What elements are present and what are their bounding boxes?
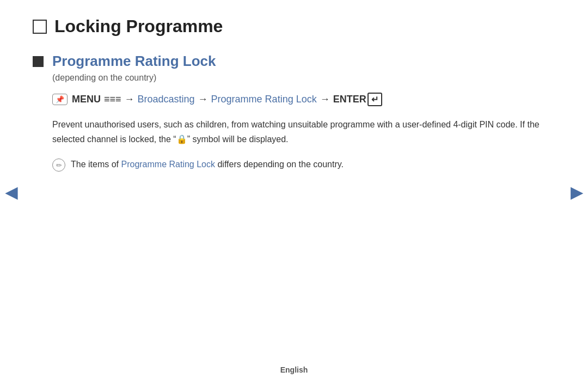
- enter-label: ENTER↵: [333, 93, 382, 106]
- note-row: ✏ The items of Programme Rating Lock dif…: [52, 157, 555, 172]
- section-subtitle: (depending on the country): [52, 73, 555, 83]
- section-title: Programme Rating Lock: [52, 53, 555, 70]
- lock-symbol: 🔒: [176, 135, 187, 144]
- menu-bars: ≡≡≡: [104, 94, 121, 105]
- note-text: The items of Programme Rating Lock diffe…: [71, 157, 344, 172]
- arrow3: →: [320, 94, 330, 105]
- main-title: Locking Programme: [54, 16, 223, 36]
- nav-left-button[interactable]: ◀: [5, 183, 17, 201]
- footer-language: English: [280, 365, 308, 374]
- programme-rating-lock-link: Programme Rating Lock: [211, 94, 317, 105]
- page-container: Locking Programme Programme Rating Lock …: [0, 0, 588, 384]
- section: Programme Rating Lock (depending on the …: [33, 53, 555, 172]
- broadcasting-link: Broadcasting: [138, 94, 195, 105]
- menu-icon-box: 📌: [52, 94, 68, 105]
- section-content: Programme Rating Lock (depending on the …: [52, 53, 555, 172]
- menu-pin-icon: 📌: [56, 95, 64, 103]
- note-icon: ✏: [52, 159, 65, 172]
- menu-label: MENU: [72, 94, 101, 105]
- enter-box: ↵: [367, 93, 382, 106]
- description-text: Prevent unauthorised users, such as chil…: [52, 117, 555, 147]
- main-title-row: Locking Programme: [33, 16, 555, 36]
- arrow1: →: [125, 94, 134, 105]
- nav-right-button[interactable]: ▶: [571, 183, 583, 201]
- menu-path-row: 📌 MENU ≡≡≡ → Broadcasting → Programme Ra…: [52, 93, 555, 106]
- note-link: Programme Rating Lock: [121, 160, 215, 169]
- section-bullet: [33, 56, 44, 67]
- arrow2: →: [198, 94, 208, 105]
- checkbox-icon: [33, 20, 47, 34]
- enter-text: ENTER: [333, 94, 366, 105]
